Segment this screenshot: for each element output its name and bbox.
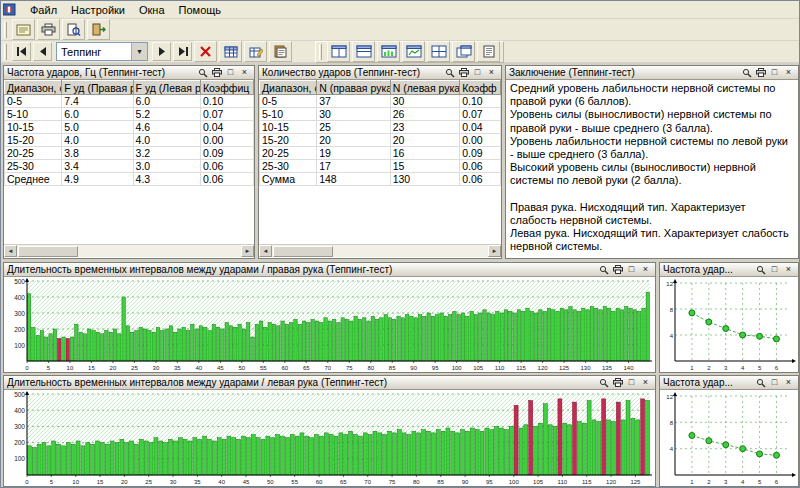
close-icon[interactable]: ×: [782, 67, 795, 79]
cell[interactable]: 130: [390, 173, 459, 186]
cell[interactable]: 4.6: [133, 121, 200, 134]
menu-help[interactable]: Помощь: [172, 3, 229, 17]
table-row[interactable]: 20-253.83.20.09: [5, 147, 254, 160]
maximize-icon[interactable]: □: [625, 264, 638, 276]
cell[interactable]: 4.0: [133, 134, 200, 147]
scroll-thumb[interactable]: [273, 246, 333, 257]
close-icon[interactable]: ×: [639, 377, 652, 389]
cell[interactable]: 20-25: [5, 147, 62, 160]
menu-settings[interactable]: Настройки: [64, 3, 132, 17]
table-row[interactable]: Среднее4.94.30.06: [5, 173, 254, 186]
cell[interactable]: 0.06: [460, 173, 501, 186]
zoom-icon[interactable]: [597, 377, 610, 389]
print-icon[interactable]: [210, 67, 223, 79]
scroll-left-icon[interactable]: ◄: [4, 245, 17, 257]
column-header[interactable]: Коэффиц: [200, 81, 253, 95]
table-row[interactable]: Сумма1481300.06: [260, 173, 501, 186]
exit-button[interactable]: [87, 19, 110, 40]
close-icon[interactable]: ×: [639, 264, 652, 276]
cell[interactable]: 5-10: [260, 108, 317, 121]
panel-titlebar[interactable]: Частота ударов, Гц (Теппинг-тест) □ ×: [4, 66, 254, 80]
cell[interactable]: 30: [390, 95, 459, 108]
column-header[interactable]: F уд (Левая рук: [133, 81, 200, 95]
cell[interactable]: Среднее: [5, 173, 62, 186]
cell[interactable]: 0.10: [200, 95, 253, 108]
toolbar-grip[interactable]: [4, 22, 7, 38]
panel-titlebar[interactable]: Частота удар... □ ×: [660, 263, 798, 277]
cell[interactable]: 6.0: [133, 95, 200, 108]
zoom-icon[interactable]: [196, 67, 209, 79]
cell[interactable]: 19: [317, 147, 391, 160]
cell[interactable]: 0.06: [200, 160, 253, 173]
table-row[interactable]: 0-537300.10: [260, 95, 501, 108]
cell[interactable]: 4.0: [62, 134, 133, 147]
scroll-right-icon[interactable]: ►: [488, 245, 501, 257]
close-icon[interactable]: ×: [485, 67, 498, 79]
column-header[interactable]: F уд (Правая ру: [62, 81, 133, 95]
scroll-left-icon[interactable]: ◄: [259, 245, 272, 257]
cell[interactable]: 0.04: [200, 121, 253, 134]
column-header[interactable]: Диапазон, с: [260, 81, 317, 95]
cell[interactable]: 0-5: [260, 95, 317, 108]
cell[interactable]: 4.9: [62, 173, 133, 186]
close-icon[interactable]: ×: [782, 377, 795, 389]
chevron-down-icon[interactable]: ▼: [131, 43, 147, 60]
cell[interactable]: 30: [317, 108, 391, 121]
test-select[interactable]: Теппинг ▼: [56, 42, 148, 61]
table-row[interactable]: 5-1030260.07: [260, 108, 501, 121]
maximize-icon[interactable]: □: [224, 67, 237, 79]
tile-vertical-icon[interactable]: [327, 41, 350, 62]
close-icon[interactable]: ×: [782, 264, 795, 276]
cell[interactable]: 0.00: [200, 134, 253, 147]
cell[interactable]: 148: [317, 173, 391, 186]
cell[interactable]: 25: [317, 121, 391, 134]
panel-titlebar[interactable]: Заключение (Теппинг-тест) □ ×: [506, 66, 798, 80]
horizontal-scrollbar[interactable]: ◄ ►: [259, 244, 501, 257]
maximize-icon[interactable]: □: [625, 377, 638, 389]
cell[interactable]: 3.4: [62, 160, 133, 173]
cell[interactable]: 0.09: [460, 147, 501, 160]
cell[interactable]: 0-5: [5, 95, 62, 108]
cell[interactable]: 26: [390, 108, 459, 121]
table-row[interactable]: 5-106.05.20.07: [5, 108, 254, 121]
cell[interactable]: 6.0: [62, 108, 133, 121]
cell[interactable]: 3.0: [133, 160, 200, 173]
cell[interactable]: 23: [390, 121, 459, 134]
cell[interactable]: 0.09: [200, 147, 253, 160]
cell[interactable]: 20: [317, 134, 391, 147]
bar-chart-window-icon[interactable]: [377, 41, 400, 62]
print-icon[interactable]: [611, 264, 624, 276]
cascade-windows-icon[interactable]: [452, 41, 475, 62]
cell[interactable]: 10-15: [260, 121, 317, 134]
print-icon[interactable]: [457, 67, 470, 79]
tile-grid-icon[interactable]: [427, 41, 450, 62]
table-row[interactable]: 25-3017150.06: [260, 160, 501, 173]
print-icon[interactable]: [754, 67, 767, 79]
maximize-icon[interactable]: □: [768, 264, 781, 276]
cell[interactable]: 0.07: [200, 108, 253, 121]
cell[interactable]: 17: [317, 160, 391, 173]
cell[interactable]: 0.00: [460, 134, 501, 147]
zoom-icon[interactable]: [754, 264, 767, 276]
column-header[interactable]: N (правая рука): [317, 81, 391, 95]
cell[interactable]: 4.3: [133, 173, 200, 186]
cell[interactable]: 10-15: [5, 121, 62, 134]
cell[interactable]: 15-20: [260, 134, 317, 147]
toolbar-grip[interactable]: [319, 44, 322, 60]
print-icon[interactable]: [611, 377, 624, 389]
maximize-icon[interactable]: □: [768, 67, 781, 79]
last-record-button[interactable]: [173, 42, 192, 61]
data-table-button[interactable]: [219, 41, 242, 62]
next-record-button[interactable]: [152, 42, 171, 61]
cell[interactable]: 0.07: [460, 108, 501, 121]
line-chart-window-icon[interactable]: [402, 41, 425, 62]
panel-titlebar[interactable]: Длительность временных интервалов между …: [4, 263, 655, 277]
delete-record-button[interactable]: [194, 41, 217, 62]
cell[interactable]: 0.06: [200, 173, 253, 186]
cell[interactable]: 0.04: [460, 121, 501, 134]
cell[interactable]: 20-25: [260, 147, 317, 160]
cell[interactable]: 25-30: [260, 160, 317, 173]
menu-file[interactable]: Файл: [23, 3, 64, 17]
toolbar-grip[interactable]: [4, 44, 7, 60]
cell[interactable]: 5.0: [62, 121, 133, 134]
